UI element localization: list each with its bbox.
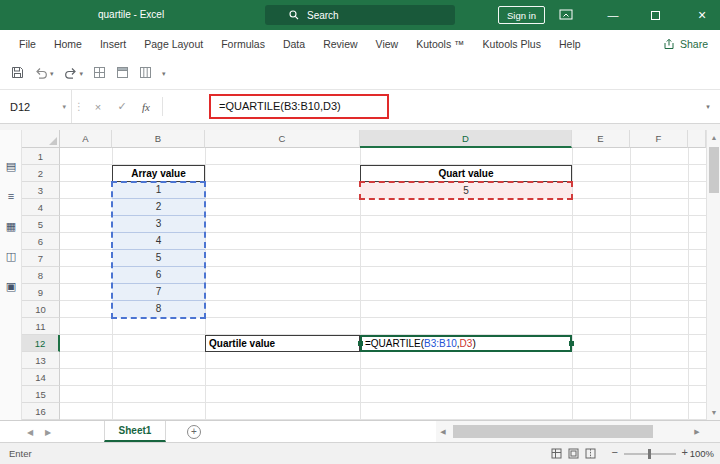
cell-b10[interactable]: 8: [112, 301, 205, 318]
side-pane-list-icon[interactable]: ≡: [3, 188, 19, 204]
formula-bar-expand-icon[interactable]: ▾: [696, 90, 720, 123]
row-header-12-selected[interactable]: 12: [22, 335, 60, 352]
column-header-f[interactable]: F: [630, 130, 688, 148]
save-button[interactable]: [11, 65, 24, 83]
column-header-a[interactable]: A: [60, 130, 112, 148]
page-break-view-icon[interactable]: [585, 448, 596, 459]
row-header-8[interactable]: 8: [22, 267, 60, 284]
side-pane-columns-icon[interactable]: ◫: [3, 248, 19, 264]
row-header-13[interactable]: 13: [22, 352, 60, 369]
zoom-slider-thumb[interactable]: [648, 449, 651, 459]
cell-d12-formula-editing[interactable]: =QUARTILE(B3:B10,D3): [360, 335, 572, 352]
scroll-left-icon[interactable]: ◀: [436, 428, 450, 436]
cell-b6[interactable]: 4: [112, 233, 205, 250]
row-header-4[interactable]: 4: [22, 199, 60, 216]
restore-button[interactable]: [640, 0, 670, 30]
tab-kutools-plus[interactable]: Kutools Plus: [474, 30, 550, 58]
row-header-2[interactable]: 2: [22, 165, 60, 182]
cell-b3[interactable]: 1: [112, 182, 205, 199]
column-header-d-selected[interactable]: D: [360, 130, 572, 148]
tab-view[interactable]: View: [367, 30, 408, 58]
close-button[interactable]: ×: [684, 0, 720, 30]
horizontal-scrollbar-thumb[interactable]: [453, 425, 653, 438]
toolbar-table-button[interactable]: [116, 65, 129, 83]
redo-button[interactable]: ▾: [64, 67, 84, 80]
tab-kutools[interactable]: Kutools ™: [407, 30, 473, 58]
tab-file[interactable]: File: [10, 30, 45, 58]
cell-b7[interactable]: 5: [112, 250, 205, 267]
formula-input[interactable]: =QUARTILE(B3:B10,D3): [167, 90, 696, 123]
tab-page-layout[interactable]: Page Layout: [135, 30, 212, 58]
side-pane-panel-icon[interactable]: ▣: [3, 278, 19, 294]
formula-bar-resize-handle[interactable]: ⋮: [72, 90, 86, 123]
zoom-slider[interactable]: [624, 453, 676, 455]
cell-b5[interactable]: 3: [112, 216, 205, 233]
enter-button[interactable]: ✓: [110, 90, 134, 123]
side-pane-workbook-icon[interactable]: ▤: [3, 158, 19, 174]
row-header-15[interactable]: 15: [22, 386, 60, 403]
horizontal-scrollbar[interactable]: ◀ ▶: [436, 421, 706, 442]
sign-in-button[interactable]: Sign in: [498, 6, 545, 24]
column-header-c[interactable]: C: [205, 130, 360, 148]
tab-formulas[interactable]: Formulas: [212, 30, 274, 58]
side-pane-grid-icon[interactable]: ▦: [3, 218, 19, 234]
column-header-b[interactable]: B: [112, 130, 205, 148]
search-box[interactable]: Search: [265, 5, 455, 25]
row-header-6[interactable]: 6: [22, 233, 60, 250]
window-title: quartile - Excel: [98, 9, 164, 20]
customize-qat-button[interactable]: ▾: [162, 70, 166, 78]
scroll-right-icon[interactable]: ▶: [690, 428, 704, 436]
undo-dropdown-icon[interactable]: ▾: [50, 70, 54, 78]
cell-b2-array-header[interactable]: Array value: [112, 165, 205, 182]
scrollbar-corner: [706, 421, 720, 442]
zoom-in-button[interactable]: +: [682, 446, 688, 458]
sheet-nav-right-icon[interactable]: ▶: [45, 428, 51, 437]
tab-home[interactable]: Home: [45, 30, 91, 58]
row-header-11[interactable]: 11: [22, 318, 60, 335]
cell-c12-quartile-label[interactable]: Quartile value: [205, 335, 360, 352]
select-all-corner[interactable]: [22, 130, 60, 148]
row-header-10[interactable]: 10: [22, 301, 60, 318]
tab-help[interactable]: Help: [550, 30, 590, 58]
row-header-5[interactable]: 5: [22, 216, 60, 233]
sheet-tab-sheet1[interactable]: Sheet1: [104, 421, 166, 442]
undo-button[interactable]: ▾: [34, 67, 54, 80]
cancel-button[interactable]: ×: [86, 90, 110, 123]
cell-d3-quart-value-referenced[interactable]: 5: [360, 182, 572, 199]
row-header-9[interactable]: 9: [22, 284, 60, 301]
name-box[interactable]: D12 ▾: [0, 90, 72, 123]
scroll-down-icon[interactable]: ▼: [707, 405, 720, 420]
row-header-1[interactable]: 1: [22, 148, 60, 165]
zoom-out-button[interactable]: −: [612, 446, 618, 458]
add-sheet-button[interactable]: +: [187, 425, 201, 439]
row-header-16[interactable]: 16: [22, 403, 60, 420]
cell-b4[interactable]: 2: [112, 199, 205, 216]
page-layout-view-icon[interactable]: [568, 448, 579, 459]
vertical-scrollbar[interactable]: ▲ ▼: [706, 130, 720, 420]
tab-review[interactable]: Review: [314, 30, 366, 58]
name-box-dropdown-icon[interactable]: ▾: [62, 103, 66, 111]
vertical-scrollbar-thumb[interactable]: [709, 147, 719, 193]
share-button[interactable]: Share: [663, 30, 708, 58]
toolbar-borders-button[interactable]: [93, 65, 106, 83]
minimize-button[interactable]: —: [598, 0, 628, 30]
column-header-e[interactable]: E: [572, 130, 630, 148]
cell-b9[interactable]: 7: [112, 284, 205, 301]
range-b3-b10-referenced[interactable]: 1 2 3 4 5 6 7 8: [112, 182, 205, 318]
row-header-7[interactable]: 7: [22, 250, 60, 267]
formula-segment-ref2: D3: [460, 338, 473, 349]
toolbar-cells-button[interactable]: [139, 65, 152, 83]
tab-data[interactable]: Data: [274, 30, 314, 58]
cell-d2-quart-header[interactable]: Quart value: [360, 165, 572, 182]
row-header-3[interactable]: 3: [22, 182, 60, 199]
zoom-level[interactable]: 100%: [690, 448, 714, 459]
redo-dropdown-icon[interactable]: ▾: [80, 70, 84, 78]
insert-function-button[interactable]: fx: [134, 90, 158, 123]
sheet-nav-left-icon[interactable]: ◀: [27, 428, 33, 437]
normal-view-icon[interactable]: [551, 448, 562, 459]
scroll-up-icon[interactable]: ▲: [707, 130, 720, 145]
row-header-14[interactable]: 14: [22, 369, 60, 386]
tab-insert[interactable]: Insert: [91, 30, 135, 58]
ribbon-display-options-button[interactable]: [552, 0, 580, 30]
cell-b8[interactable]: 6: [112, 267, 205, 284]
